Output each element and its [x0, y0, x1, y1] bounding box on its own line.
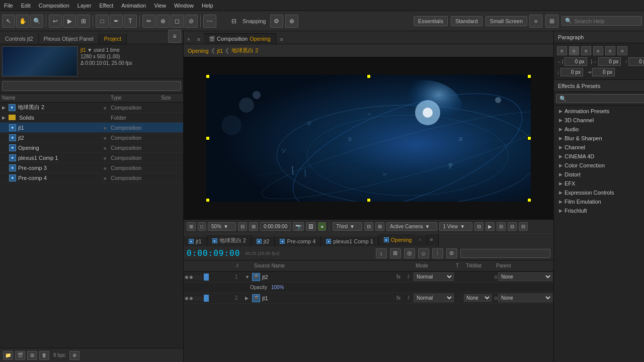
- tl-btn-shy[interactable]: ☺: [418, 248, 429, 258]
- new-comp-btn[interactable]: 🎬: [15, 351, 25, 360]
- justify-all-btn[interactable]: ≡: [617, 46, 627, 55]
- fx-cat-color-correction[interactable]: ▶ Color Correction: [554, 161, 644, 170]
- fx-cat-3d-channel[interactable]: ▶ 3D Channel: [554, 116, 644, 125]
- effects-search-input[interactable]: [556, 94, 644, 103]
- reset-exposure-btn[interactable]: ⊟: [508, 222, 517, 231]
- tl-tab-precomp4[interactable]: ■ Pre-comp 4: [275, 236, 321, 246]
- vt-size-btn[interactable]: □: [198, 222, 206, 231]
- menu-animation[interactable]: Animation: [117, 2, 150, 10]
- handle-tm[interactable]: [367, 75, 371, 78]
- fx-cat-audio[interactable]: ▶ Audio: [554, 125, 644, 134]
- tl-tab-jt2[interactable]: ■ jt2: [252, 236, 275, 246]
- handle-tr[interactable]: [527, 75, 531, 78]
- handle-bm[interactable]: [367, 198, 371, 202]
- timeline-search-input[interactable]: [460, 249, 550, 258]
- menu-view[interactable]: View: [150, 2, 170, 10]
- pen-tool[interactable]: ✒: [110, 15, 123, 28]
- project-item-precomp3[interactable]: ■ Pre-comp 3 ■ Composition: [0, 163, 183, 173]
- project-item-plexus[interactable]: ■ plexus1 Comp 1 ■ Composition: [0, 153, 183, 163]
- tl-btn-parent[interactable]: ↕: [376, 248, 387, 258]
- layer-2-mode-select[interactable]: Normal: [414, 294, 454, 302]
- project-search-input[interactable]: [2, 81, 181, 91]
- color-btn[interactable]: ●: [318, 222, 326, 231]
- render-queue-btn[interactable]: ▶: [486, 222, 495, 231]
- project-item-precomp4[interactable]: ■ Pre-comp 4 ■ Composition: [0, 173, 183, 183]
- align-right-btn[interactable]: ≡: [581, 46, 591, 55]
- indent-left-input[interactable]: [565, 57, 587, 66]
- tl-btn-solo[interactable]: ◎: [404, 248, 415, 258]
- grid-btn[interactable]: ⊞: [375, 222, 384, 231]
- indent-right-input[interactable]: [598, 57, 621, 66]
- tl-tab-plexus[interactable]: ■ plexus1 Comp 1: [321, 236, 379, 246]
- layer-row-2[interactable]: ◉ ◉ ◌ ◌ 2 ▶ 🎬 jt1 fx: [184, 293, 553, 304]
- first-line-indent-input[interactable]: [592, 68, 615, 76]
- menu-window[interactable]: Window: [170, 2, 198, 10]
- fx-cat-expression-controls[interactable]: ▶ Expression Controls: [554, 188, 644, 197]
- safe-areas-btn[interactable]: ⊟: [364, 222, 373, 231]
- hand-tool[interactable]: ✋: [16, 15, 29, 28]
- workspace-standard[interactable]: Standard: [451, 16, 482, 26]
- handle-ml[interactable]: [206, 136, 210, 140]
- selection-tool[interactable]: ↖: [2, 15, 15, 28]
- text-tool[interactable]: T: [124, 15, 137, 28]
- timecode-display[interactable]: 0:00:09:00: [260, 222, 291, 231]
- layer-1-mode-select[interactable]: Normal: [414, 273, 454, 281]
- menu-effect[interactable]: Effect: [95, 2, 117, 10]
- pixel-aspect-btn[interactable]: ⊟: [474, 222, 484, 231]
- brush-tool[interactable]: ✏: [142, 15, 155, 28]
- tab-plexus[interactable]: Plexus Object Panel: [39, 34, 99, 44]
- fx-cat-frischluft[interactable]: ▶ Frischluft: [554, 206, 644, 215]
- comp-tab-opening[interactable]: 🎬 Composition Opening: [204, 33, 276, 44]
- menu-composition[interactable]: Composition: [35, 2, 73, 10]
- project-item-jt2[interactable]: ■ jt2 ■ Composition: [0, 133, 183, 143]
- new-folder-btn[interactable]: 📁: [3, 351, 13, 360]
- roto-tool[interactable]: ⊘: [185, 15, 198, 28]
- snapshot-btn[interactable]: 📷: [293, 222, 304, 231]
- puppet-tool[interactable]: ⋯: [203, 15, 216, 28]
- comp-panel-menu[interactable]: ≡: [194, 36, 204, 44]
- undo-btn[interactable]: ↩: [49, 15, 62, 28]
- workspace-essentials[interactable]: Essentials: [414, 16, 448, 26]
- layer-1-expand[interactable]: ▼: [245, 275, 252, 280]
- layer-2-expand[interactable]: ▶: [245, 296, 252, 301]
- layer-1-parent-select[interactable]: None: [498, 273, 552, 281]
- fx-cat-animation-presets[interactable]: ▶ Animation Presets: [554, 107, 644, 116]
- zoom-dropdown[interactable]: 50% ▼: [208, 222, 236, 231]
- tab-project[interactable]: Project: [99, 34, 127, 44]
- menu-file[interactable]: File: [0, 2, 17, 10]
- justify-left-btn[interactable]: ≡: [593, 46, 603, 55]
- search-help-input[interactable]: [574, 18, 639, 24]
- menu-edit[interactable]: Edit: [17, 2, 35, 10]
- align-left-btn[interactable]: ≡: [557, 46, 567, 55]
- close-panel-btn[interactable]: ×: [184, 36, 194, 44]
- tl-tab-opening[interactable]: ■ Opening × ≡: [379, 233, 439, 246]
- resolution-btn[interactable]: ⊞: [249, 222, 258, 231]
- view-mode-dropdown[interactable]: Third ▼: [333, 222, 362, 231]
- layer-row-1[interactable]: ◉ ◉ ◌ ◌ 1 ▼ 🎬 jt2 fx: [184, 272, 553, 283]
- project-item-1[interactable]: ▶ ■ 地球黑白 2 ■ Composition: [0, 103, 183, 113]
- fit-btn[interactable]: ⊟: [238, 222, 247, 231]
- snap-target-btn[interactable]: ⊕: [285, 15, 298, 28]
- menu-layer[interactable]: Layer: [73, 2, 96, 10]
- handle-br[interactable]: [527, 198, 531, 202]
- fx-cat-film-emulation[interactable]: ▶ Film Emulation: [554, 197, 644, 206]
- justify-center-btn[interactable]: ≡: [605, 46, 615, 55]
- fx-cat-efx[interactable]: ▶ EFX: [554, 179, 644, 188]
- project-item-opening[interactable]: ■ Opening ■ Composition: [0, 143, 183, 153]
- project-item-solids[interactable]: ▶ Solids Folder: [0, 113, 183, 123]
- maximize-btn[interactable]: ⊞: [545, 15, 558, 28]
- breadcrumb-jt1[interactable]: jt1: [217, 48, 223, 54]
- fx-cat-cinema4d[interactable]: ▶ CINEMA 4D: [554, 152, 644, 161]
- eraser-tool[interactable]: ◻: [171, 15, 184, 28]
- handle-bl[interactable]: [206, 198, 210, 202]
- clone-tool[interactable]: ⊕: [156, 15, 170, 28]
- layer-2-parent-select[interactable]: None: [498, 294, 552, 302]
- camera-dropdown[interactable]: Active Camera ▼: [386, 222, 437, 231]
- menu-help[interactable]: Help: [198, 2, 217, 10]
- tl-btn-motion-blur[interactable]: ⊘: [446, 248, 457, 258]
- layer-2-trk-select[interactable]: None: [464, 294, 492, 302]
- color-settings-btn[interactable]: ⊕: [69, 351, 79, 360]
- fx-cat-channel[interactable]: ▶ Channel: [554, 143, 644, 152]
- handle-mr[interactable]: [527, 136, 531, 140]
- panel-menu-btn[interactable]: ≡: [168, 30, 181, 43]
